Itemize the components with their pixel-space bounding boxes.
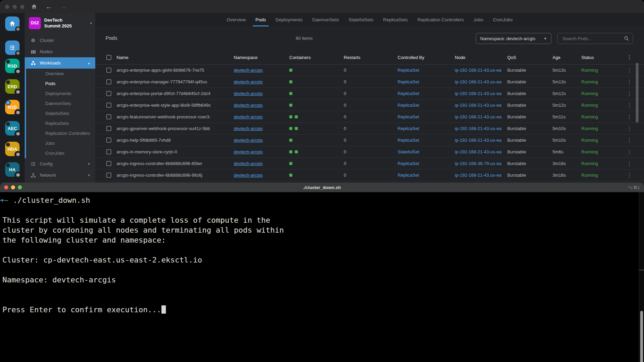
table-row[interactable]: arcgis-ingress-controller-6b6888c696-65l… <box>95 158 644 170</box>
sidebar-item-workloads[interactable]: Workloads ▲ <box>25 57 95 69</box>
cluster-tile-aec[interactable]: AEC☸ <box>5 121 20 136</box>
namespace-link[interactable]: devtech-arcgis <box>234 126 289 131</box>
namespace-link[interactable]: devtech-arcgis <box>234 138 289 143</box>
terminal-output[interactable]: ➜~ ./cluster_down.shThis script will sim… <box>0 192 639 362</box>
row-menu-icon[interactable]: ⋮ <box>625 67 644 73</box>
tab-replication-controllers[interactable]: Replication Controllers <box>417 13 464 26</box>
namespace-link[interactable]: devtech-arcgis <box>234 114 289 119</box>
controlled-by-link[interactable]: ReplicaSet <box>398 161 455 166</box>
zoom-window-button[interactable] <box>18 185 22 189</box>
tab-jobs[interactable]: Jobs <box>474 13 484 26</box>
namespace-link[interactable]: devtech-arcgis <box>234 149 289 154</box>
table-row[interactable]: arcgis-featureserver-webhook-processor-c… <box>95 111 644 123</box>
node-link[interactable]: ip-192-168-21-43.us-ea <box>455 114 507 119</box>
sidebar-subitem-statefulsets[interactable]: StatefulSets <box>26 108 95 118</box>
row-checkbox[interactable] <box>106 126 111 131</box>
table-row[interactable]: arcgis-help-5ffdb865-7vhd8devtech-arcgis… <box>95 135 644 146</box>
table-row[interactable]: arcgis-enterprise-portal-d90zl-77d4b645c… <box>95 88 644 100</box>
column-header-status[interactable]: Status <box>581 55 625 60</box>
column-header-containers[interactable]: Containers <box>289 55 344 60</box>
controlled-by-link[interactable]: ReplicaSet <box>398 79 455 84</box>
node-link[interactable]: ip-192-168-21-43.us-ea <box>455 149 507 154</box>
tab-daemonsets[interactable]: DaemonSets <box>312 13 339 26</box>
node-link[interactable]: ip-192-168-21-43.us-ea <box>455 138 507 143</box>
tab-overview[interactable]: Overview <box>227 13 246 26</box>
namespace-link[interactable]: devtech-arcgis <box>234 173 289 178</box>
tab-statefulsets[interactable]: StatefulSets <box>349 13 374 26</box>
column-header-controlled-by[interactable]: Controlled By <box>398 55 455 60</box>
maximize-window-button[interactable] <box>20 5 24 9</box>
select-all-checkbox[interactable] <box>106 55 111 60</box>
sidebar-subitem-daemonsets[interactable]: DaemonSets <box>26 98 95 108</box>
sidebar-item-network[interactable]: Network ▼ <box>25 170 95 181</box>
row-checkbox[interactable] <box>106 149 111 154</box>
row-menu-icon[interactable]: ⋮ <box>625 126 644 132</box>
tab-cronjobs[interactable]: CronJobs <box>493 13 513 26</box>
node-link[interactable]: ip-192-168-21-43.us-ea <box>455 79 507 84</box>
close-window-button[interactable] <box>4 185 8 189</box>
controlled-by-link[interactable]: StatefulSet <box>398 149 455 154</box>
table-row[interactable]: arcgis-ingress-controller-6b6888c696-99z… <box>95 170 644 181</box>
namespace-link[interactable]: devtech-arcgis <box>234 103 289 108</box>
row-menu-icon[interactable]: ⋮ <box>625 91 644 97</box>
table-menu-icon[interactable]: ⋮ <box>625 54 644 60</box>
node-link[interactable]: ip-192-168-21-43.us-ea <box>455 103 507 108</box>
close-window-button[interactable] <box>5 5 9 9</box>
controlled-by-link[interactable]: ReplicaSet <box>398 91 455 96</box>
node-link[interactable]: ip-192-168-21-43.us-ea <box>455 91 507 96</box>
controlled-by-link[interactable]: ReplicaSet <box>398 103 455 108</box>
forward-button[interactable]: → <box>60 3 67 10</box>
row-menu-icon[interactable]: ⋮ <box>625 172 644 178</box>
column-header-restarts[interactable]: Restarts <box>344 55 398 60</box>
column-header-age[interactable]: Age <box>552 55 581 60</box>
namespace-link[interactable]: devtech-arcgis <box>234 91 289 96</box>
namespace-link[interactable]: devtech-arcgis <box>234 161 289 166</box>
home-tile[interactable]: ⚙ <box>5 16 20 31</box>
table-row[interactable]: arcgis-enterprise-manager-777947794f-q45… <box>95 76 644 88</box>
row-checkbox[interactable] <box>106 91 111 96</box>
catalog-tile[interactable]: ⚙ <box>5 40 20 55</box>
table-row[interactable]: arcgis-gpserver-webhook-processor-su41z-… <box>95 123 644 135</box>
sidebar-subitem-jobs[interactable]: Jobs <box>26 138 95 148</box>
sidebar-subitem-replication-controllers[interactable]: Replication Controllers <box>26 128 95 138</box>
row-checkbox[interactable] <box>106 103 111 108</box>
controlled-by-link[interactable]: ReplicaSet <box>398 126 455 131</box>
cluster-tile-erd[interactable]: ERD☸ <box>5 79 20 94</box>
cluster-tile-ha[interactable]: HA☸ <box>5 162 20 177</box>
terminal-scrollbar-thumb[interactable] <box>640 311 643 362</box>
minimize-window-button[interactable] <box>13 5 17 9</box>
namespace-filter-dropdown[interactable]: Namespace: devtech-arcgis ▼ <box>476 33 551 44</box>
tab-replicasets[interactable]: ReplicaSets <box>383 13 408 26</box>
node-link[interactable]: ip-192-168-21-43.us-ea <box>455 68 507 73</box>
controlled-by-link[interactable]: ReplicaSet <box>398 68 455 73</box>
sidebar-subitem-pods[interactable]: Pods <box>26 79 95 89</box>
column-header-node[interactable]: Node <box>455 55 507 60</box>
node-link[interactable]: ip-192-168-21-43.us-ea <box>455 126 507 131</box>
home-icon[interactable] <box>31 3 37 10</box>
column-header-qos[interactable]: QoS <box>507 55 552 60</box>
node-link[interactable]: ip-192-168-36-79.us-ea <box>455 161 507 166</box>
row-checkbox[interactable] <box>106 68 111 73</box>
search-input[interactable] <box>562 36 624 42</box>
sidebar-subitem-cronjobs[interactable]: CronJobs <box>26 148 95 158</box>
cluster-tile-hda[interactable]: HDA☸ <box>5 142 20 156</box>
back-button[interactable]: ← <box>46 3 52 10</box>
tab-deployments[interactable]: Deployments <box>276 13 303 26</box>
sidebar-subitem-overview[interactable]: Overview <box>26 69 95 79</box>
row-menu-icon[interactable]: ⋮ <box>625 149 644 155</box>
row-checkbox[interactable] <box>106 79 111 84</box>
row-checkbox[interactable] <box>106 161 111 166</box>
row-menu-icon[interactable]: ⋮ <box>625 137 644 143</box>
table-scrollbar[interactable] <box>636 63 639 122</box>
namespace-link[interactable]: devtech-arcgis <box>234 79 289 84</box>
table-row[interactable]: arcgis-enterprise-apps-glxht-6b9b676-7rw… <box>95 65 644 76</box>
row-checkbox[interactable] <box>106 114 111 119</box>
row-checkbox[interactable] <box>106 173 111 178</box>
sidebar-subitem-deployments[interactable]: Deployments <box>26 89 95 98</box>
controlled-by-link[interactable]: ReplicaSet <box>398 138 455 143</box>
row-menu-icon[interactable]: ⋮ <box>625 79 644 85</box>
sidebar-item-cluster[interactable]: ☸ Cluster <box>25 35 95 46</box>
controlled-by-link[interactable]: ReplicaSet <box>398 114 455 119</box>
row-menu-icon[interactable]: ⋮ <box>625 114 644 120</box>
cluster-tile-rsd[interactable]: RSD☸ <box>5 59 20 73</box>
